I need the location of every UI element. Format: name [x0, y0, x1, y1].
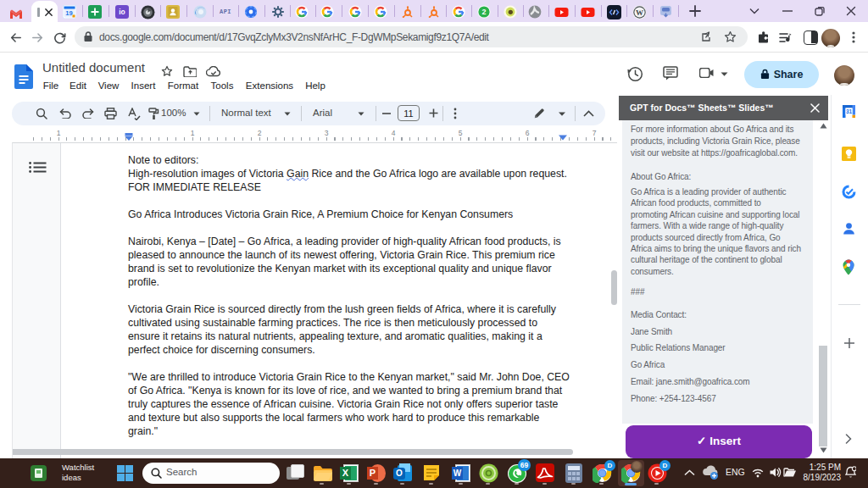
svg-text:31: 31	[846, 108, 853, 114]
svg-text:2: 2	[481, 8, 486, 16]
svg-text:19: 19	[65, 9, 72, 17]
svg-text:W: W	[636, 8, 643, 17]
